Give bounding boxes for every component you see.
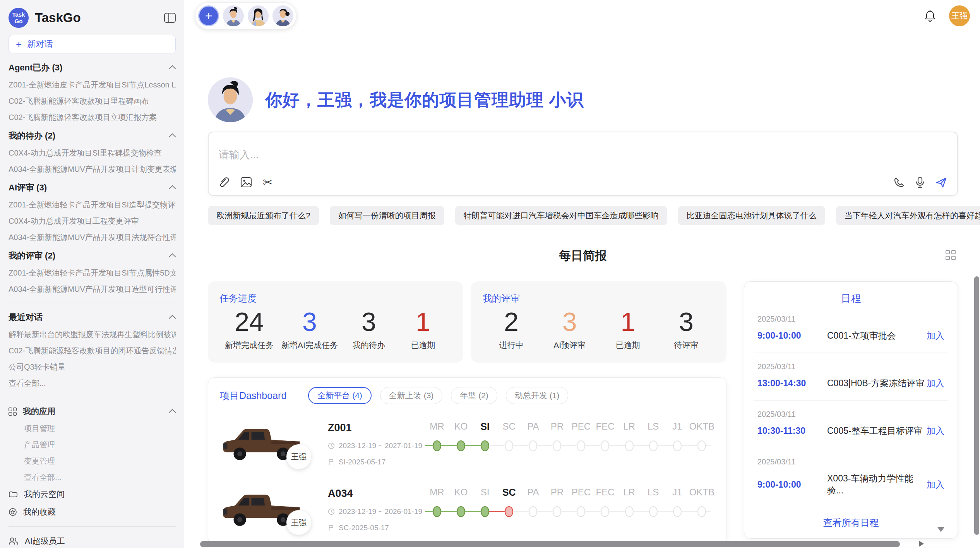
recent-chat-item[interactable]: 解释最新出台的欧盟报废车法规再生塑料比例被调至15%... — [9, 326, 176, 342]
schedule-list: 2025/03/119:00-10:00C001-立项审批会加入2025/03/… — [744, 305, 958, 507]
project-flag: SI-2025-05-17 — [328, 458, 425, 466]
milestone-label: LS — [648, 421, 659, 435]
sidebar-section-header-0[interactable]: Agent已办 (3) — [9, 59, 176, 77]
dashboard-tab[interactable]: 全新平台 (4) — [308, 387, 372, 404]
sidebar-item[interactable]: A034-全新新能源MUV产品开发项目计划变更表编写 — [9, 161, 176, 177]
horizontal-scrollbar[interactable] — [200, 541, 900, 547]
schedule-row: 9:00-10:00C001-立项审批会加入 — [757, 330, 944, 342]
suggestion-chip[interactable]: 欧洲新规最近颁布了什么? — [208, 206, 319, 225]
milestone: PA — [521, 487, 545, 517]
join-meeting-link[interactable]: 加入 — [927, 479, 944, 491]
milestone-dot — [673, 506, 682, 517]
sidebar-item[interactable]: A034-全新新能源MUV产品开发项目造型可行性评审 — [9, 281, 176, 297]
attachment-icon[interactable] — [219, 176, 230, 188]
schedule-item: 2025/03/119:00-10:00X003-车辆动力学性能验...加入 — [744, 448, 958, 507]
view-all-apps-link[interactable]: 查看全部... — [9, 469, 176, 485]
milestone-label: J1 — [672, 421, 682, 435]
sidebar-section-recent[interactable]: 最近对话 — [9, 308, 176, 326]
sidebar-section-my-apps[interactable]: 我的应用 — [9, 402, 176, 420]
stat-label: AI预评审 — [553, 340, 586, 351]
stat-label: 新增AI完成任务 — [281, 340, 338, 351]
milestone: FEC — [593, 421, 617, 451]
add-agent-button[interactable]: + — [198, 5, 219, 26]
recent-chat-item[interactable]: C02-飞腾新能源轻客改款项目的闭环通告反馈情况 — [9, 342, 176, 359]
chevron-up-icon — [169, 133, 176, 140]
briefing-layout-icon[interactable] — [946, 250, 956, 260]
join-meeting-link[interactable]: 加入 — [927, 425, 944, 437]
project-row[interactable]: 王强A0342023-12-19 ~ 2026-01-19SC-2025-05-… — [220, 486, 714, 536]
schedule-item: 2025/03/1110:30-11:30C005-整车工程目标评审加入 — [744, 401, 958, 448]
milestone-label: MR — [430, 487, 444, 501]
milestone-dot — [673, 440, 682, 451]
dashboard-tab[interactable]: 全新上装 (3) — [380, 387, 443, 404]
view-all-schedule-link[interactable]: 查看所有日程 — [744, 507, 958, 534]
sidebar-item[interactable]: C02-飞腾新能源轻客改款项目里程碑画布 — [9, 93, 176, 109]
chat-input[interactable] — [219, 148, 947, 176]
app-item[interactable]: 变更管理 — [9, 453, 176, 469]
agent-avatar-3[interactable] — [272, 5, 293, 26]
agent-avatar-1[interactable] — [223, 5, 244, 26]
suggestion-chip[interactable]: 如何写一份清晰的项目周报 — [330, 206, 444, 225]
suggestion-chip[interactable]: 当下年轻人对汽车外观有怎样的喜好趋势 — [836, 206, 980, 225]
sidebar-item[interactable]: Z001-全新燃油轻卡产品开发项目SI造型提交物评审 — [9, 197, 176, 213]
microphone-icon[interactable] — [915, 176, 925, 188]
schedule-card: 日程 2025/03/119:00-10:00C001-立项审批会加入2025/… — [744, 281, 958, 539]
milestone-label: SI — [480, 421, 490, 435]
sidebar-section-header-3[interactable]: 我的评审 (2) — [9, 247, 176, 265]
sidebar-section-header-2[interactable]: AI评审 (3) — [9, 179, 176, 197]
sidebar-item-cloud-space[interactable]: 我的云空间 — [9, 485, 176, 503]
project-media: 王强 — [220, 486, 319, 536]
user-avatar[interactable]: 王强 — [949, 5, 970, 26]
sidebar-item-ai-super-staff[interactable]: AI超级员工 — [9, 532, 176, 548]
recent-chat-item[interactable]: 公司Q3轻卡销量 — [9, 359, 176, 375]
sidebar-item[interactable]: Z001-全新燃油皮卡产品开发项目SI节点Lesson Learn报告 — [9, 77, 176, 93]
sidebar-collapse-icon[interactable] — [164, 13, 176, 23]
scissors-icon[interactable]: ✂ — [263, 176, 272, 189]
milestone-dot — [697, 440, 706, 451]
project-row[interactable]: 王强Z0012023-12-19 ~ 2027-01-19SI-2025-05-… — [220, 420, 714, 470]
join-meeting-link[interactable]: 加入 — [927, 330, 944, 342]
notifications-bell-icon[interactable] — [924, 10, 936, 22]
new-chat-button[interactable]: + 新对话 — [9, 35, 176, 53]
suggestion-chip[interactable]: 比亚迪全固态电池计划具体说了什么 — [678, 206, 825, 225]
input-toolbar-right — [894, 176, 947, 188]
project-date-range: 2023-12-19 ~ 2026-01-19 — [339, 507, 422, 516]
join-meeting-link[interactable]: 加入 — [927, 377, 944, 389]
sidebar-item[interactable]: C02-飞腾新能源轻客改款项目立项汇报方案 — [9, 109, 176, 125]
image-upload-icon[interactable] — [240, 177, 252, 188]
sidebar-item[interactable]: Z001-全新燃油轻卡产品开发项目SI节点属性5D文件评审 — [9, 265, 176, 281]
milestone: PEC — [569, 421, 593, 451]
send-icon[interactable] — [935, 176, 947, 188]
app-item[interactable]: 项目管理 — [9, 420, 176, 437]
sidebar-section-header-1[interactable]: 我的待办 (2) — [9, 127, 176, 145]
new-chat-label: 新对话 — [27, 38, 53, 50]
project-info: Z0012023-12-19 ~ 2027-01-19SI-2025-05-17 — [319, 420, 425, 466]
sidebar-item[interactable]: C0X4-动力总成开发项目SI里程碑提交物检查 — [9, 145, 176, 161]
suggestion-chip[interactable]: 特朗普可能对进口汽车增税会对中国车企造成哪些影响 — [455, 206, 667, 225]
milestone: MR — [425, 487, 449, 517]
milestone-label: KO — [454, 421, 468, 435]
stat-value: 3 — [362, 305, 376, 338]
milestone-dot — [625, 506, 634, 517]
briefing-header: 每日简报 — [208, 247, 958, 265]
sidebar-item[interactable]: C0X4-动力总成开发项目工程变更评审 — [9, 213, 176, 229]
app-item[interactable]: 产品管理 — [9, 437, 176, 453]
scroll-right-arrow-icon[interactable] — [919, 541, 924, 547]
sidebar-item[interactable]: A034-全新新能源MUV产品开发项目法规符合性评审 — [9, 229, 176, 245]
vertical-scrollbar[interactable] — [974, 276, 979, 535]
milestone-dot — [457, 506, 465, 517]
stat-value: 24 — [235, 305, 264, 338]
milestone-label: SC — [503, 421, 516, 435]
sidebar-item-label: 我的收藏 — [23, 507, 56, 517]
dashboard-tab[interactable]: 动总开发 (1) — [506, 387, 569, 404]
dashboard-tab[interactable]: 年型 (2) — [451, 387, 497, 404]
schedule-event-title: C005-整车工程目标评审 — [827, 425, 927, 437]
agent-avatar-2[interactable] — [248, 5, 269, 26]
sidebar-item-favorites[interactable]: 我的收藏 — [9, 503, 176, 521]
view-all-chats-link[interactable]: 查看全部... — [9, 375, 176, 391]
scroll-down-arrow-icon[interactable] — [937, 527, 944, 532]
schedule-title: 日程 — [744, 292, 958, 305]
schedule-event-title: C001-立项审批会 — [827, 330, 927, 342]
milestone-columns: MRKOSISCPAPRPECFECLRLSJ1OKTB — [425, 421, 714, 451]
phone-call-icon[interactable] — [894, 177, 905, 188]
